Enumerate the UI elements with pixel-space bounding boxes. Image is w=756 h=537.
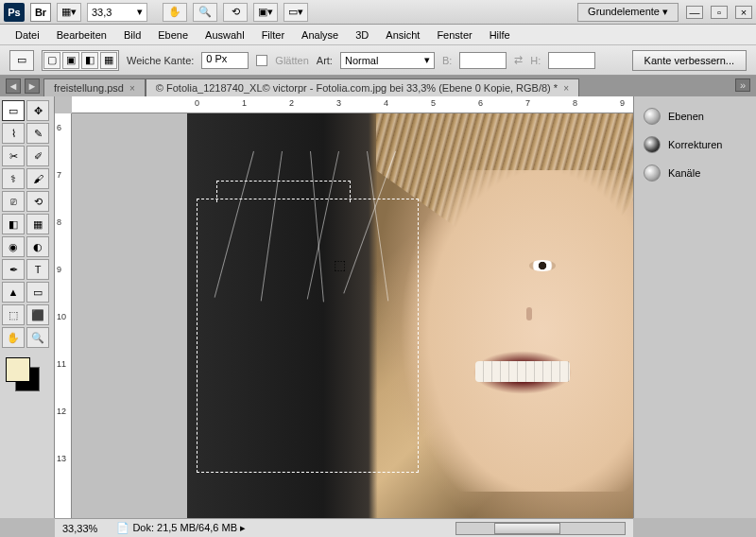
menu-filter[interactable]: Filter (254, 27, 292, 43)
3d-camera-tool[interactable]: ⬛ (26, 304, 49, 325)
menu-analyse[interactable]: Analyse (294, 27, 346, 43)
options-bar: ▭ ▢ ▣ ◧ ▦ Weiche Kante: 0 Px Glätten Art… (0, 45, 756, 76)
workspace-selector[interactable]: Grundelemente ▾ (577, 3, 679, 22)
hand-tool[interactable]: ✋ (2, 327, 25, 348)
close-icon[interactable]: × (129, 83, 135, 94)
maximize-button[interactable]: ▫ (711, 6, 728, 19)
minimize-button[interactable]: — (686, 6, 703, 19)
layers-icon (644, 108, 661, 125)
document-tabs: ◄ ► freistellung.psd× © Fotolia_1218740_… (0, 76, 756, 96)
menu-hilfe[interactable]: Hilfe (482, 27, 518, 43)
title-bar: Ps Br ▦▾ 33,3▾ ✋ 🔍 ⟲ ▣▾ ▭▾ Grundelemente… (0, 0, 756, 25)
gradient-tool[interactable]: ▦ (26, 214, 49, 234)
scrollbar-thumb[interactable] (494, 523, 560, 534)
status-zoom[interactable]: 33,33% (62, 523, 97, 534)
feather-label: Weiche Kante: (127, 55, 194, 66)
zoom-field[interactable]: 33,3▾ (87, 3, 147, 22)
swap-wh-icon: ⇄ (514, 54, 523, 66)
shape-tool[interactable]: ▭ (26, 282, 49, 303)
bridge-button[interactable]: Br (30, 3, 51, 22)
feather-input[interactable]: 0 Px (201, 52, 249, 69)
canvas-area: 01 23 45 67 89 1011 67 89 1011 1213 (55, 96, 633, 518)
type-tool[interactable]: T (26, 259, 49, 280)
move-tool[interactable]: ✥ (26, 100, 49, 121)
cursor-icon: ⬚ (334, 257, 346, 272)
tab-nav-right[interactable]: ► (25, 78, 40, 94)
style-select[interactable]: Normal▾ (340, 52, 435, 69)
height-input (548, 52, 595, 69)
status-bar: 33,33% 📄 Dok: 21,5 MB/64,6 MB ▸ (55, 518, 633, 537)
menu-datei[interactable]: Datei (8, 27, 47, 43)
menu-bearbeiten[interactable]: Bearbeiten (49, 27, 114, 43)
antialias-label: Glätten (275, 55, 308, 66)
tab-freistellung[interactable]: freistellung.psd× (43, 78, 146, 96)
history-brush-tool[interactable]: ⟲ (26, 191, 49, 212)
channels-icon (644, 165, 661, 182)
h-scrollbar[interactable] (455, 522, 626, 535)
height-label: H: (530, 55, 541, 66)
quick-select-tool[interactable]: ✎ (26, 123, 49, 144)
ruler-horizontal[interactable]: 01 23 45 67 89 1011 (72, 96, 633, 113)
eraser-tool[interactable]: ◧ (2, 214, 25, 234)
eyedropper-tool[interactable]: ✐ (26, 146, 49, 166)
healing-tool[interactable]: ⚕ (2, 168, 25, 189)
color-swatches[interactable] (2, 354, 47, 391)
arrange-docs-icon[interactable]: ▣▾ (253, 3, 278, 22)
blur-tool[interactable]: ◉ (2, 236, 25, 257)
path-select-tool[interactable]: ▲ (2, 282, 25, 303)
3d-tool[interactable]: ⬚ (2, 304, 25, 325)
brush-tool[interactable]: 🖌 (26, 168, 49, 189)
tab-overflow[interactable]: » (735, 78, 750, 92)
new-selection-icon[interactable]: ▢ (43, 52, 60, 69)
menu-bild[interactable]: Bild (116, 27, 148, 43)
panel-kanaele[interactable]: Kanäle (634, 159, 756, 187)
stamp-tool[interactable]: ⎚ (2, 191, 25, 212)
marquee-tool-icon[interactable]: ▭ (9, 50, 34, 71)
work-area: ▭ ✥ ⌇ ✎ ✂ ✐ ⚕ 🖌 ⎚ ⟲ ◧ ▦ ◉ ◐ ✒ T ▲ ▭ ⬚ ⬛ … (0, 96, 756, 518)
ruler-vertical[interactable]: 67 89 1011 1213 (55, 113, 72, 518)
hand-tool-icon[interactable]: ✋ (163, 3, 187, 22)
refine-edge-button[interactable]: Kante verbessern... (632, 50, 747, 71)
width-input (459, 52, 507, 69)
selection-mode-group: ▢ ▣ ◧ ▦ (42, 50, 119, 71)
width-label: B: (442, 55, 452, 66)
tab-fotolia[interactable]: © Fotolia_1218740_XL© victorpr - Fotolia… (146, 78, 579, 96)
menu-fenster[interactable]: Fenster (429, 27, 479, 43)
canvas[interactable] (187, 113, 633, 518)
minibridge-button[interactable]: ▦▾ (57, 3, 81, 22)
zoom-tool[interactable]: 🔍 (26, 327, 49, 348)
close-icon[interactable]: × (563, 83, 569, 94)
marquee-tool[interactable]: ▭ (2, 100, 25, 121)
toolbox: ▭ ✥ ⌇ ✎ ✂ ✐ ⚕ 🖌 ⎚ ⟲ ◧ ▦ ◉ ◐ ✒ T ▲ ▭ ⬚ ⬛ … (0, 96, 55, 518)
adjustments-icon (644, 136, 661, 153)
intersect-selection-icon[interactable]: ▦ (100, 52, 117, 69)
add-selection-icon[interactable]: ▣ (62, 52, 79, 69)
ps-logo: Ps (4, 3, 25, 22)
right-panel: Ebenen Korrekturen Kanäle (633, 96, 756, 518)
rotate-view-icon[interactable]: ⟲ (223, 3, 248, 22)
menu-bar: Datei Bearbeiten Bild Ebene Auswahl Filt… (0, 25, 756, 45)
lasso-tool[interactable]: ⌇ (2, 123, 25, 144)
screen-mode-icon[interactable]: ▭▾ (284, 3, 308, 22)
menu-auswahl[interactable]: Auswahl (198, 27, 252, 43)
status-dok[interactable]: 📄 Dok: 21,5 MB/64,6 MB ▸ (116, 522, 246, 534)
menu-3d[interactable]: 3D (348, 27, 376, 43)
menu-ebene[interactable]: Ebene (150, 27, 196, 43)
photo-image (187, 113, 633, 518)
close-button[interactable]: × (735, 6, 752, 19)
dodge-tool[interactable]: ◐ (26, 236, 49, 257)
panel-ebenen[interactable]: Ebenen (634, 102, 756, 130)
crop-tool[interactable]: ✂ (2, 146, 25, 166)
pen-tool[interactable]: ✒ (2, 259, 25, 280)
menu-ansicht[interactable]: Ansicht (378, 27, 427, 43)
panel-korrekturen[interactable]: Korrekturen (634, 130, 756, 159)
antialias-checkbox (256, 55, 267, 66)
tab-nav-left[interactable]: ◄ (6, 78, 21, 94)
style-label: Art: (317, 55, 333, 66)
zoom-tool-icon[interactable]: 🔍 (193, 3, 217, 22)
marquee-selection[interactable] (197, 199, 419, 473)
subtract-selection-icon[interactable]: ◧ (81, 52, 98, 69)
fg-color[interactable] (6, 357, 30, 382)
